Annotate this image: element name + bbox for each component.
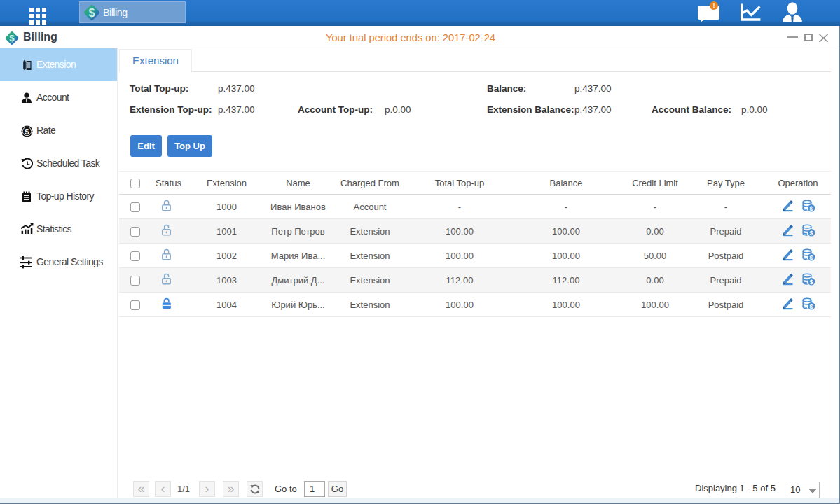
svg-text:$: $ [809,277,813,285]
svg-text:$: $ [25,127,29,136]
svg-text:$: $ [809,302,813,309]
svg-text:$: $ [809,253,813,260]
svg-text:$: $ [809,204,813,211]
svg-text:$: $ [89,7,95,19]
svg-text:$: $ [809,228,813,236]
svg-text:$: $ [9,33,15,43]
